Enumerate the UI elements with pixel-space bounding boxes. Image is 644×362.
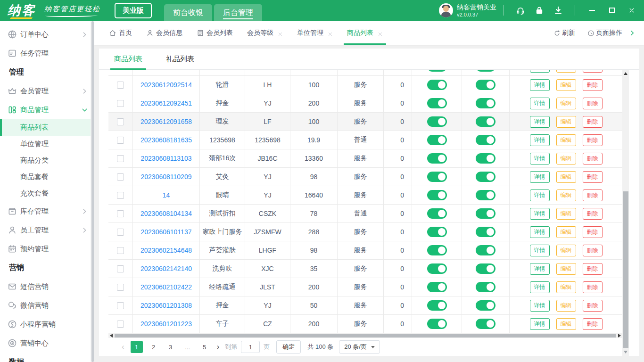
status-toggle[interactable]: [427, 70, 447, 72]
customer-service-icon[interactable]: [516, 6, 525, 15]
sidebar-item-wechat-marketing[interactable]: 微信营销: [0, 296, 94, 315]
sidebar-item-order-center[interactable]: 订单中心: [0, 25, 94, 44]
lock-icon[interactable]: [535, 6, 544, 15]
delete-button[interactable]: 删除: [583, 189, 603, 201]
status-toggle[interactable]: [427, 98, 447, 108]
sidebar-item-marketing-center[interactable]: 营销中心: [0, 334, 94, 353]
row-checkbox[interactable]: [117, 302, 124, 309]
panel-tab-1[interactable]: 礼品列表: [166, 49, 194, 70]
detail-button[interactable]: 详情: [530, 79, 550, 91]
goto-page-input[interactable]: [241, 341, 260, 353]
status-toggle[interactable]: [427, 245, 447, 255]
row-checkbox[interactable]: [117, 155, 124, 162]
open-tab-member-info[interactable]: 会员信息: [139, 21, 190, 45]
edit-button[interactable]: 编辑: [556, 245, 576, 256]
page-button-3[interactable]: 3: [165, 341, 177, 353]
close-tab-icon[interactable]: [328, 31, 333, 36]
horizontal-scrollbar[interactable]: [108, 333, 622, 338]
sidebar-subitem-recharge-package[interactable]: 充次套餐: [0, 185, 94, 202]
row-checkbox[interactable]: [117, 265, 124, 272]
detail-button[interactable]: 详情: [530, 263, 550, 275]
row-checkbox[interactable]: [117, 137, 124, 144]
goods-id-link[interactable]: 20230602102422: [140, 283, 192, 291]
page-size-select[interactable]: 20 条/页: [339, 340, 380, 354]
goods-id-link[interactable]: 20230601201308: [140, 302, 192, 309]
vertical-scrollbar-thumb[interactable]: [623, 191, 628, 348]
shelf-toggle[interactable]: [476, 282, 495, 292]
edit-button[interactable]: 编辑: [556, 318, 576, 330]
page-button-2[interactable]: 2: [148, 341, 160, 353]
status-toggle[interactable]: [427, 300, 447, 311]
sidebar-item-goods-manage[interactable]: 商品管理: [0, 100, 94, 119]
sidebar-item-task-manage[interactable]: 任务管理: [0, 44, 94, 63]
shelf-toggle[interactable]: [476, 135, 495, 145]
shelf-toggle[interactable]: [476, 319, 495, 329]
sidebar-item-member-manage[interactable]: 会员管理: [0, 82, 94, 100]
delete-button[interactable]: 删除: [583, 98, 603, 109]
goods-id-link[interactable]: 20230608181635: [140, 136, 192, 144]
horizontal-scrollbar-thumb[interactable]: [115, 334, 616, 337]
vertical-scrollbar[interactable]: [622, 70, 629, 356]
scroll-left-button[interactable]: [108, 333, 114, 338]
row-checkbox[interactable]: [117, 192, 124, 199]
close-icon[interactable]: [628, 7, 636, 14]
status-toggle[interactable]: [427, 208, 447, 219]
shelf-toggle[interactable]: [476, 300, 495, 311]
shelf-toggle[interactable]: [476, 227, 495, 237]
shelf-toggle[interactable]: [476, 263, 495, 274]
edition-button[interactable]: 美业版: [115, 3, 152, 18]
shelf-toggle[interactable]: [476, 116, 495, 127]
row-checkbox[interactable]: [117, 284, 124, 291]
page-button-5[interactable]: 5: [198, 341, 211, 353]
delete-button[interactable]: 删除: [583, 281, 603, 293]
goods-id-link[interactable]: 20230606101137: [141, 228, 192, 236]
open-tab-home[interactable]: 首页: [102, 21, 139, 45]
goods-id-link[interactable]: 20230602142140: [140, 265, 192, 272]
scroll-down-button[interactable]: [622, 348, 629, 356]
user-avatar[interactable]: [439, 3, 453, 17]
detail-button[interactable]: 详情: [530, 153, 550, 165]
edit-button[interactable]: 编辑: [556, 281, 576, 293]
close-tab-icon[interactable]: [278, 31, 283, 36]
shelf-toggle[interactable]: [476, 70, 495, 72]
next-page-button[interactable]: ›: [213, 342, 223, 352]
edit-button[interactable]: 编辑: [556, 70, 576, 73]
row-checkbox[interactable]: [117, 173, 124, 181]
row-checkbox[interactable]: [117, 100, 124, 107]
edit-button[interactable]: 编辑: [556, 226, 576, 238]
detail-button[interactable]: 详情: [530, 116, 550, 128]
status-toggle[interactable]: [427, 319, 447, 329]
row-checkbox[interactable]: [117, 229, 124, 236]
edit-button[interactable]: 编辑: [556, 98, 576, 109]
shelf-toggle[interactable]: [476, 208, 495, 219]
page-ops-button[interactable]: 页面操作: [587, 29, 622, 37]
detail-button[interactable]: 详情: [530, 189, 550, 201]
delete-button[interactable]: 删除: [583, 70, 603, 73]
goods-id-link[interactable]: 20230612091658: [140, 118, 192, 125]
edit-button[interactable]: 编辑: [556, 153, 576, 165]
open-tab-goods-list[interactable]: 商品列表: [340, 21, 390, 45]
edit-button[interactable]: 编辑: [556, 208, 576, 220]
goods-id-link[interactable]: 20230602154648: [140, 247, 192, 254]
detail-button[interactable]: 详情: [530, 134, 550, 146]
edit-button[interactable]: 编辑: [556, 134, 576, 146]
row-checkbox[interactable]: [117, 82, 124, 89]
close-tab-icon[interactable]: [378, 31, 383, 36]
status-toggle[interactable]: [427, 135, 447, 145]
open-tab-unit-manage[interactable]: 单位管理: [290, 21, 340, 45]
row-checkbox[interactable]: [117, 118, 124, 125]
goods-id-link[interactable]: 20230608110209: [141, 173, 192, 181]
row-checkbox[interactable]: [117, 247, 124, 254]
minimize-icon[interactable]: [588, 7, 596, 14]
header-nav-tab-1[interactable]: 后台管理: [214, 4, 262, 27]
shelf-toggle[interactable]: [476, 153, 495, 164]
sidebar-item-sms-marketing[interactable]: 短信营销: [0, 277, 94, 296]
refresh-button[interactable]: 刷新: [553, 29, 575, 37]
delete-button[interactable]: 删除: [583, 208, 603, 220]
goods-id-link[interactable]: 20230608113103: [141, 155, 192, 162]
goods-id-link[interactable]: 14: [163, 191, 170, 199]
edit-button[interactable]: 编辑: [556, 116, 576, 128]
detail-button[interactable]: 详情: [530, 318, 550, 330]
sidebar-item-stock-manage[interactable]: 库存管理: [0, 202, 94, 221]
sidebar-item-staff-manage[interactable]: 员工管理: [0, 221, 94, 239]
